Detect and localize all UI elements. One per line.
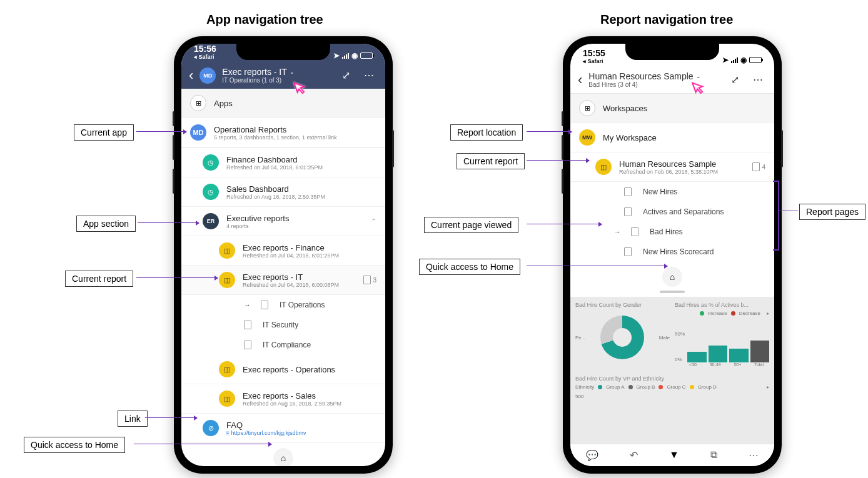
callout-link: Link: [118, 411, 148, 427]
report-icon: ◫: [219, 391, 235, 407]
chart-title: Bad Hire Count by VP and Ethnicity: [575, 376, 769, 382]
signal-icon: [342, 53, 349, 59]
report-page[interactable]: New Hires Scorecard: [570, 242, 774, 262]
dashboard-row[interactable]: ◷ Sales Dashboard Refreshed on Aug 16, 2…: [181, 177, 385, 207]
page-count-badge: 3: [363, 276, 376, 284]
more-icon[interactable]: ⋯: [360, 69, 378, 81]
dashboard-icon: ◷: [203, 184, 219, 200]
workspaces-icon: ⊞: [579, 100, 595, 116]
app-avatar: MD: [190, 124, 206, 141]
donut-chart: [600, 316, 644, 359]
header-subtitle: IT Operations (1 of 3): [222, 77, 332, 84]
workspaces-row[interactable]: ⊞ Workspaces: [570, 94, 774, 123]
callout-current-app: Current app: [74, 124, 134, 141]
left-title: App navigation tree: [206, 12, 323, 27]
page-icon: [244, 321, 251, 329]
report-icon: ◫: [219, 361, 235, 377]
app-section-row[interactable]: ER Executive reports 4 reports ⌃: [181, 207, 385, 236]
workspace-avatar: MW: [579, 129, 595, 146]
back-button[interactable]: ‹: [189, 67, 193, 84]
report-page[interactable]: Actives and Separations: [570, 202, 774, 222]
link-row[interactable]: ⊘ FAQ ⎘ https://tinyurl.com/kjg;kjsdbmv: [181, 414, 385, 443]
dashboard-icon: ◷: [203, 154, 219, 171]
report-row[interactable]: ◫ Exec reports - Operations: [181, 355, 385, 384]
dashboard-row[interactable]: ◷ Finance Dashboard Refreshed on Jul 04,…: [181, 148, 385, 177]
status-time: 15:55: [583, 48, 605, 58]
wifi-icon: ◉: [740, 56, 747, 64]
location-icon: ➤: [722, 56, 729, 64]
right-title: Report navigation tree: [600, 12, 733, 27]
page-icon: [624, 187, 632, 196]
callout-current-report: Current report: [65, 271, 133, 287]
chart-title: Bad Hire Count by Gender: [575, 302, 670, 308]
header-title-dropdown[interactable]: Exec reports - IT ⌄: [222, 67, 332, 77]
wifi-icon: ◉: [351, 51, 358, 60]
report-preview: Bad Hire Count by Gender Fe... Male Bad …: [570, 297, 774, 444]
battery-icon: [749, 57, 762, 63]
header-title-dropdown[interactable]: Human Resources Sample ⌄: [588, 71, 721, 81]
section-avatar: ER: [203, 213, 219, 229]
callout-quick-home-right: Quick access to Home: [419, 259, 520, 275]
current-report-row[interactable]: ◫ Human Resources Sample Refreshed on Fe…: [570, 152, 774, 182]
bar-chart: [687, 331, 769, 362]
right-phone: 15:55 ◂ Safari ➤ ◉ ‹ Human Resources Sam…: [563, 36, 782, 474]
report-icon: ◫: [219, 242, 235, 259]
bottom-nav: 💬 ↶ ▼ ⧉ ⋯: [570, 444, 774, 466]
app-header: ‹ MD Exec reports - IT ⌄ IT Operations (…: [181, 62, 385, 89]
app-subtitle: 5 reports, 3 dashboards, 1 section, 1 ex…: [214, 134, 376, 141]
expand-icon[interactable]: ⤢: [727, 74, 743, 86]
header-subtitle: Bad Hires (3 of 4): [588, 81, 721, 88]
more-icon[interactable]: ⋯: [749, 74, 767, 86]
current-report-row[interactable]: ◫ Exec reports - IT Refreshed on Jul 04,…: [181, 266, 385, 295]
back-button[interactable]: ‹: [578, 72, 582, 88]
page-icon: [244, 341, 251, 349]
more-icon[interactable]: ⋯: [749, 449, 759, 461]
callout-current-report-right: Current report: [457, 153, 525, 169]
page-icon: [631, 227, 638, 236]
page-icon: [261, 301, 268, 309]
apps-row[interactable]: ⊞ Apps: [181, 89, 385, 118]
report-page-current[interactable]: IT Operations: [181, 295, 385, 315]
battery-icon: [360, 52, 373, 59]
home-button[interactable]: ⌂: [662, 267, 682, 287]
report-page[interactable]: IT Compliance: [181, 335, 385, 355]
callout-current-page: Current page viewed: [424, 217, 518, 233]
callout-quick-home: Quick access to Home: [24, 437, 125, 453]
chart-title: Bad Hires as % of Actives b...: [675, 302, 769, 308]
workspace-row[interactable]: MW My Workspace: [570, 123, 774, 152]
comment-icon[interactable]: 💬: [586, 449, 598, 461]
status-time: 15:56: [194, 44, 216, 54]
callout-report-location: Report location: [450, 124, 523, 141]
page-icon: [624, 207, 632, 216]
page-count-badge: 4: [752, 162, 765, 171]
location-icon: ➤: [333, 51, 340, 60]
chevron-up-icon[interactable]: ⌃: [371, 217, 376, 226]
report-page[interactable]: New Hires: [570, 182, 774, 202]
callout-report-pages: Report pages: [799, 204, 865, 220]
callout-app-section: App section: [76, 216, 136, 232]
link-icon: ⊘: [203, 420, 219, 436]
status-back-safari[interactable]: ◂ Safari: [194, 54, 214, 60]
signal-icon: [731, 57, 738, 63]
home-button[interactable]: ⌂: [273, 448, 293, 466]
drag-handle[interactable]: [660, 291, 685, 293]
header-avatar: MD: [199, 67, 216, 84]
page-icon: [624, 247, 632, 256]
app-title: Operational Reports: [214, 125, 376, 134]
report-header: ‹ Human Resources Sample ⌄ Bad Hires (3 …: [570, 66, 774, 94]
left-phone: 15:56 ◂ Safari ➤ ◉ ‹ MD Exec reports - I…: [174, 36, 393, 474]
report-page[interactable]: IT Security: [181, 315, 385, 335]
apps-icon: ⊞: [190, 95, 206, 111]
report-icon: ◫: [595, 159, 612, 175]
expand-icon[interactable]: ⤢: [338, 69, 354, 81]
report-row[interactable]: ◫ Exec reports - Sales Refreshed on Aug …: [181, 384, 385, 414]
current-app-row[interactable]: MD Operational Reports 5 reports, 3 dash…: [181, 118, 385, 147]
pages-icon[interactable]: ⧉: [710, 449, 717, 461]
undo-icon[interactable]: ↶: [630, 449, 638, 461]
report-icon: ◫: [219, 272, 235, 288]
filter-icon[interactable]: ▼: [669, 449, 679, 461]
report-row[interactable]: ◫ Exec reports - Finance Refreshed on Ju…: [181, 236, 385, 266]
status-back-safari[interactable]: ◂ Safari: [583, 58, 603, 64]
